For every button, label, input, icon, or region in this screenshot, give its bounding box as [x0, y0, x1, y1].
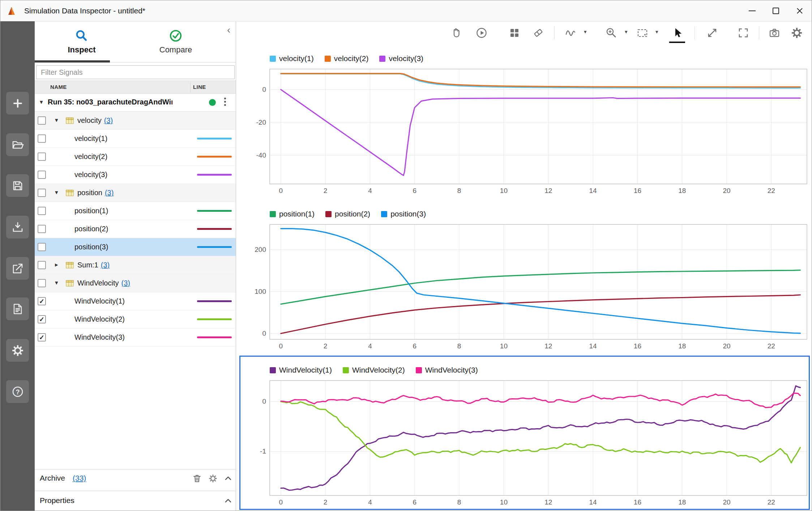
archive-settings-button[interactable] [208, 474, 218, 485]
archive-count-link[interactable]: (33) [73, 474, 86, 482]
signal-group-row[interactable]: ▾velocity(3) [35, 112, 236, 130]
preferences-gear-icon [11, 344, 24, 357]
signal-visibility-checkbox[interactable] [38, 153, 46, 161]
legend-item: WindVelocity(2) [343, 366, 405, 374]
properties-bar[interactable]: Properties [35, 491, 236, 511]
signal-count-link[interactable]: (3) [101, 261, 110, 269]
minimize-button[interactable] [740, 0, 764, 21]
group-expand-caret[interactable]: ▾ [55, 189, 61, 196]
windvelocity-subplot[interactable]: WindVelocity(1)WindVelocity(2)WindVeloci… [249, 362, 812, 508]
signal-row[interactable]: WindVelocity(2) [35, 310, 236, 328]
signal-tree: ▾velocity(3)velocity(1)velocity(2)veloci… [35, 112, 236, 347]
zoom-in-caret[interactable]: ▾ [625, 29, 628, 35]
close-button[interactable] [788, 0, 812, 21]
signal-visibility-checkbox[interactable] [38, 207, 46, 215]
fit-to-view-button[interactable] [704, 25, 720, 41]
add-run-button[interactable] [6, 92, 29, 115]
tab-inspect[interactable]: Inspect [35, 21, 129, 62]
replay-button[interactable] [474, 25, 490, 41]
run-row[interactable]: ▾ Run 35: no03_parachuteDragAndWin [35, 94, 236, 112]
group-expand-caret[interactable]: ▸ [55, 261, 61, 269]
svg-text:10: 10 [500, 498, 508, 506]
group-expand-caret[interactable]: ▾ [55, 116, 61, 124]
signal-count-link[interactable]: (3) [105, 189, 114, 197]
line-style-swatch [197, 336, 232, 338]
line-style-cell [197, 148, 233, 166]
signal-visibility-checkbox[interactable] [38, 315, 46, 323]
toolbar-separator [695, 26, 695, 39]
position-subplot[interactable]: position(1)position(2)position(3) 024681… [249, 206, 812, 352]
signal-style-button[interactable] [563, 25, 578, 41]
signal-visibility-checkbox[interactable] [38, 116, 46, 125]
maximize-icon [773, 8, 779, 14]
signal-group-row[interactable]: ▾position(3) [35, 184, 236, 202]
svg-text:16: 16 [634, 187, 641, 194]
signal-label: WindVelocity(2) [74, 315, 125, 323]
filter-signals-input[interactable] [36, 65, 235, 79]
signal-row[interactable]: position(1) [35, 202, 236, 220]
preferences-button[interactable] [6, 339, 29, 362]
svg-text:0: 0 [262, 86, 266, 93]
signal-row[interactable]: position(2) [35, 220, 236, 238]
collapse-properties-button[interactable] [223, 496, 233, 507]
signal-row[interactable]: position(3) [35, 238, 236, 256]
delete-archive-button[interactable] [192, 474, 202, 485]
help-button[interactable]: ? [6, 380, 29, 403]
subplot-layout-button[interactable] [507, 25, 522, 41]
save-button[interactable] [6, 174, 29, 197]
signal-visibility-checkbox[interactable] [38, 279, 46, 287]
pan-tool-button[interactable] [449, 25, 465, 41]
line-style-swatch [197, 210, 232, 212]
zoom-region-button[interactable] [634, 25, 650, 41]
clear-subplot-button[interactable] [530, 25, 546, 41]
collapse-sidebar-button[interactable]: ‹ [227, 24, 230, 36]
line-style-cell [197, 130, 233, 147]
archive-bar[interactable]: Archive (33) [35, 469, 236, 487]
signal-row[interactable]: WindVelocity(3) [35, 328, 236, 347]
zoom-in-button[interactable] [603, 25, 619, 41]
group-expand-caret[interactable]: ▾ [55, 279, 61, 287]
signal-visibility-checkbox[interactable] [38, 134, 46, 143]
signal-visibility-checkbox[interactable] [38, 261, 46, 269]
zoom-region-caret[interactable]: ▾ [655, 29, 658, 35]
import-button[interactable] [6, 216, 29, 239]
run-menu-button[interactable] [224, 98, 226, 106]
signal-count-link[interactable]: (3) [121, 279, 130, 287]
signal-group-icon [66, 190, 74, 196]
signal-row[interactable]: WindVelocity(1) [35, 292, 236, 310]
active-tab-underline [35, 60, 110, 63]
velocity-subplot[interactable]: velocity(1)velocity(2)velocity(3) 024681… [249, 51, 812, 196]
tab-compare[interactable]: Compare [129, 21, 223, 62]
plot-settings-button[interactable] [789, 25, 805, 41]
run-expand-caret[interactable]: ▾ [40, 98, 43, 106]
signal-visibility-checkbox[interactable] [38, 171, 46, 179]
fullscreen-button[interactable] [735, 25, 751, 41]
signal-group-icon [66, 262, 74, 269]
snapshot-button[interactable] [766, 25, 782, 41]
pointer-button[interactable] [669, 25, 685, 41]
signal-count-link[interactable]: (3) [104, 116, 113, 125]
signal-row[interactable]: velocity(2) [35, 148, 236, 166]
signal-visibility-checkbox[interactable] [38, 225, 46, 233]
signal-visibility-checkbox[interactable] [38, 189, 46, 197]
collapse-archive-button[interactable] [223, 474, 233, 485]
signal-visibility-checkbox[interactable] [38, 243, 46, 251]
signal-visibility-checkbox[interactable] [38, 297, 46, 305]
export-button[interactable] [6, 257, 29, 280]
maximize-button[interactable] [764, 0, 788, 21]
signal-visibility-checkbox[interactable] [38, 333, 46, 342]
properties-label: Properties [40, 496, 74, 505]
signal-group-row[interactable]: ▸Sum:1(3) [35, 256, 236, 274]
signal-row[interactable]: velocity(1) [35, 130, 236, 148]
svg-text:10: 10 [500, 342, 508, 350]
signal-group-row[interactable]: ▾WindVelocity(3) [35, 274, 236, 292]
legend-color-swatch [270, 56, 276, 62]
signal-style-caret[interactable]: ▾ [584, 29, 587, 35]
line-style-swatch [197, 318, 232, 320]
open-folder-icon [11, 138, 24, 151]
signal-row[interactable]: velocity(3) [35, 166, 236, 184]
open-button[interactable] [6, 133, 29, 156]
svg-text:6: 6 [413, 342, 416, 350]
svg-text:14: 14 [589, 498, 597, 506]
report-button[interactable] [6, 297, 29, 320]
